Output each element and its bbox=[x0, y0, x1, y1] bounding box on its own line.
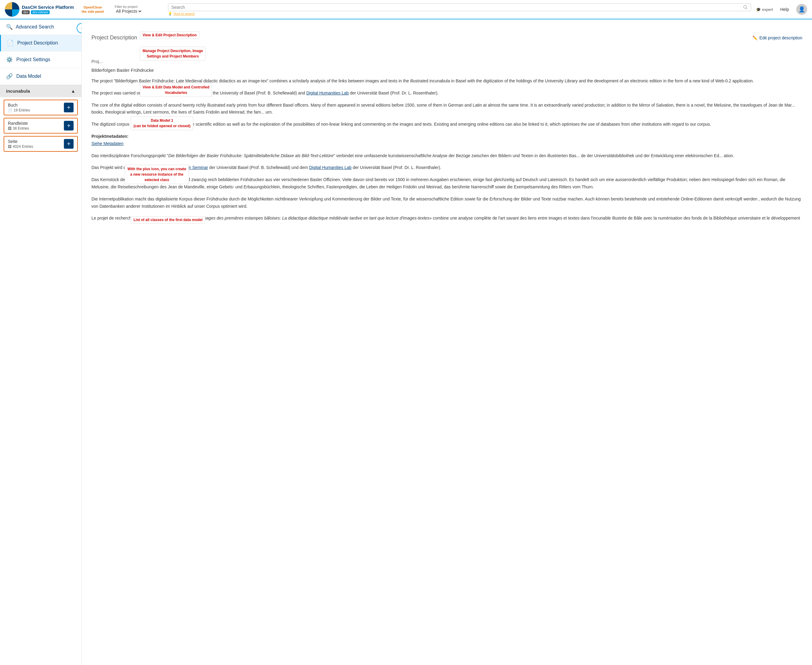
chevron-up-icon: ▲ bbox=[71, 88, 75, 93]
project-image-placeholder: Proj... bbox=[92, 59, 802, 64]
data-class-seite-name: Seite bbox=[8, 139, 64, 144]
sidebar-item-project-settings[interactable]: ⚙️ Project Settings bbox=[0, 51, 82, 68]
sidebar-item-project-description[interactable]: 📄 Project Description bbox=[0, 35, 82, 51]
nodes-icon: 🔗 bbox=[6, 73, 13, 80]
logo-area: DasCH Service Platform dev dev-release bbox=[5, 2, 74, 16]
description-de-1: Das interdisziplinäre Forschungsprojekt … bbox=[92, 152, 802, 160]
data-class-randleiste-add-button[interactable]: + bbox=[64, 121, 74, 131]
data-class-buch-entries: 📄 19 Entries bbox=[8, 108, 64, 112]
project-filter-select[interactable]: All Projects bbox=[115, 8, 142, 14]
expert-badge: 🎓 expert bbox=[756, 7, 773, 12]
badge-devrel: dev-release bbox=[31, 10, 50, 14]
advanced-search-label: Advanced Search bbox=[16, 24, 54, 29]
sidebar-data-model-section: Buch 📄 19 Entries + Randleiste 🖼 bbox=[0, 97, 82, 665]
sidebar-project-header[interactable]: incunabula ▲ bbox=[0, 85, 82, 97]
description-en-4: The digitized corpus of these early prin… bbox=[92, 121, 802, 128]
svg-line-1 bbox=[746, 8, 747, 9]
data-class-buch-name: Buch bbox=[8, 103, 64, 108]
annotation-manage-project: Manage Project Description, ImageSetting… bbox=[140, 47, 206, 61]
logo-text: DasCH Service Platform dev dev-release bbox=[22, 5, 74, 14]
filter-select-row[interactable]: All Projects bbox=[115, 8, 163, 14]
data-class-buch-header: Buch 📄 19 Entries + bbox=[4, 100, 77, 115]
description-de-3: Das Kernstück der digitalen Edition best… bbox=[92, 176, 802, 191]
badge-dev: dev bbox=[22, 10, 29, 14]
description-de-4: Die Internetpublikation macht das digita… bbox=[92, 196, 802, 210]
sidebar: ‹ 🔍 Advanced Search 📄 Project Descriptio… bbox=[0, 20, 82, 665]
description-fr-1: Le projet de recherche interdisciplinair… bbox=[92, 215, 802, 222]
search-input-row bbox=[168, 3, 751, 11]
avatar[interactable]: 👤 bbox=[796, 4, 807, 15]
image-icon-small: 🖼 bbox=[8, 126, 11, 131]
app-body: ‹ 🔍 Advanced Search 📄 Project Descriptio… bbox=[0, 20, 812, 665]
page-header: Project Description ✏️ Edit project desc… bbox=[92, 34, 802, 41]
data-class-randleiste-name: Randleiste bbox=[8, 121, 64, 126]
header: DasCH Service Platform dev dev-release O… bbox=[0, 0, 812, 20]
siehe-metadaten-link[interactable]: Siehe Metadaten bbox=[92, 141, 124, 146]
image-icon-small2: 🖼 bbox=[8, 144, 11, 149]
sidebar-item-data-model[interactable]: 🔗 Data Model bbox=[0, 68, 82, 85]
data-model-label: Data Model bbox=[16, 74, 41, 79]
data-class-seite-add-button[interactable]: + bbox=[64, 139, 74, 149]
data-class-seite-header: Seite 🖼 4024 Entries + bbox=[4, 137, 77, 151]
logo-icon bbox=[5, 2, 20, 16]
svg-point-0 bbox=[743, 5, 746, 8]
page-title: Project Description bbox=[92, 34, 137, 41]
project-subtitle: Bilderfolgen Basler Frühdrucke bbox=[92, 67, 802, 73]
search-icon bbox=[743, 5, 748, 10]
search-input[interactable] bbox=[171, 5, 743, 10]
main-content: View & Edit Project Description Project … bbox=[82, 20, 812, 665]
description-de-2: Das Projekt wird durchgeführt vom Kunsth… bbox=[92, 164, 802, 171]
data-class-seite: Seite 🖼 4024 Entries + bbox=[3, 136, 78, 152]
gear-icon: ⚙️ bbox=[6, 56, 13, 63]
projektmetadaten: Projektmetadaten: Siehe Metadaten bbox=[92, 133, 802, 147]
app-title: DasCH Service Platform bbox=[22, 5, 74, 10]
filter-label: Filter by project bbox=[115, 5, 163, 8]
edit-link-text: Edit project description bbox=[759, 35, 802, 40]
data-class-randleiste-header: Randleiste 🖼 38 Entries + bbox=[4, 118, 77, 133]
data-class-buch-info: Buch 📄 19 Entries bbox=[8, 103, 64, 112]
edit-icon: ✏️ bbox=[752, 35, 758, 40]
edit-project-description-link[interactable]: ✏️ Edit project description bbox=[752, 35, 802, 40]
data-class-buch: Buch 📄 19 Entries + bbox=[3, 100, 78, 115]
expert-icon: 🎓 bbox=[756, 7, 761, 12]
data-class-randleiste-entries: 🖼 38 Entries bbox=[8, 126, 64, 131]
search-icon: 🔍 bbox=[6, 24, 13, 30]
data-class-buch-add-button[interactable]: + bbox=[64, 103, 74, 112]
document-icon: 📄 bbox=[7, 40, 14, 46]
data-class-randleiste: Randleiste 🖼 38 Entries + bbox=[3, 118, 78, 134]
data-class-seite-info: Seite 🖼 4024 Entries bbox=[8, 139, 64, 149]
expert-label: expert bbox=[762, 7, 773, 12]
header-right: 🎓 expert Help 👤 bbox=[756, 4, 807, 15]
project-settings-label: Project Settings bbox=[16, 57, 50, 62]
filter-area: Filter by project All Projects bbox=[115, 5, 163, 14]
projektmetadaten-label: Projektmetadaten: bbox=[92, 134, 128, 139]
project-name: incunabula bbox=[6, 88, 30, 93]
sidebar-item-advanced-search[interactable]: 🔍 Advanced Search bbox=[0, 20, 82, 35]
data-class-seite-entries: 🖼 4024 Entries bbox=[8, 144, 64, 149]
project-description-label: Project Description bbox=[17, 40, 58, 46]
description-en-3: The core of the digital edition consists… bbox=[92, 102, 802, 116]
data-class-randleiste-info: Randleiste 🖼 38 Entries bbox=[8, 121, 64, 131]
open-close-label: Open/Closethe side panel bbox=[82, 5, 104, 14]
search-hint: 💡 How to search bbox=[168, 12, 751, 16]
description-en-1: The project "Bilderfolgen Basler Frühdru… bbox=[92, 77, 802, 85]
document-icon-small: 📄 bbox=[8, 108, 12, 112]
help-button[interactable]: Help bbox=[780, 7, 789, 12]
search-area: 💡 How to search bbox=[168, 3, 751, 16]
description-en-2: The project was carried out by the Kunst… bbox=[92, 90, 802, 97]
content-wrapper: View & Edit Project Description Project … bbox=[92, 34, 802, 222]
